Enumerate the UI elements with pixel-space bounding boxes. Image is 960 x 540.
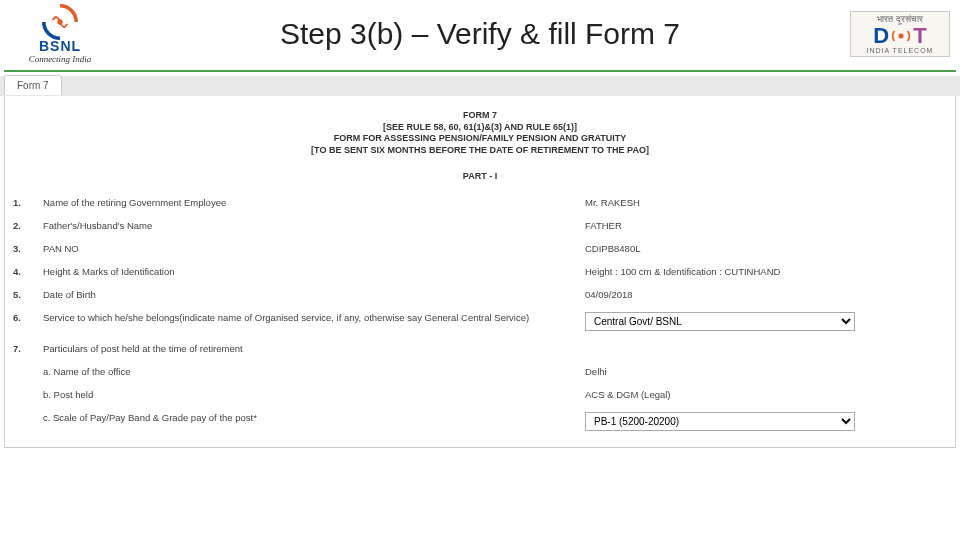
- bsnl-logo-icon: [42, 4, 78, 40]
- divider-line: [4, 70, 956, 72]
- dot-english-text: INDIA TELECOM: [867, 47, 934, 54]
- subrow-label: c. Scale of Pay/Pay Band & Grade pay of …: [39, 406, 579, 437]
- table-row: 2.Father's/Husband's NameFATHER: [11, 214, 949, 237]
- subrow-label: a. Name of the office: [39, 360, 579, 383]
- value-text: Height : 100 cm & Identification : CUTIN…: [585, 266, 780, 277]
- value-text: FATHER: [585, 220, 622, 231]
- row-label: PAN NO: [39, 237, 579, 260]
- table-row: 3.PAN NOCDIPB8480L: [11, 237, 949, 260]
- table-subrow: c. Scale of Pay/Pay Band & Grade pay of …: [11, 406, 949, 437]
- table-row: 4.Height & Marks of IdentificationHeight…: [11, 260, 949, 283]
- form-desc: FORM FOR ASSESSING PENSION/FAMILY PENSIO…: [11, 133, 949, 145]
- row-number: 6.: [11, 306, 39, 337]
- value-text: CDIPB8480L: [585, 243, 640, 254]
- form-rule: [SEE RULE 58, 60, 61(1)&(3) AND RULE 65(…: [11, 122, 949, 134]
- form-panel: FORM 7 [SEE RULE 58, 60, 61(1)&(3) AND R…: [4, 96, 956, 448]
- form-title: FORM 7: [11, 110, 949, 122]
- row-number: 2.: [11, 214, 39, 237]
- row-value: [579, 337, 949, 360]
- form-part-label: PART - I: [11, 165, 949, 191]
- row-value: CDIPB8480L: [579, 237, 949, 260]
- table-subrow: a. Name of the officeDelhi: [11, 360, 949, 383]
- row-number: 3.: [11, 237, 39, 260]
- page-title: Step 3(b) – Verify & fill Form 7: [110, 17, 850, 51]
- row-label: Father's/Husband's Name: [39, 214, 579, 237]
- table-row: 5.Date of Birth04/09/2018: [11, 283, 949, 306]
- dot-logo-block: भारत दूरसंचार D O T INDIA TELECOM: [850, 11, 950, 57]
- form-note: [TO BE SENT SIX MONTHS BEFORE THE DATE O…: [11, 145, 949, 157]
- tab-form7[interactable]: Form 7: [4, 75, 62, 95]
- subrow-value: ACS & DGM (Legal): [579, 383, 949, 406]
- value-text: Mr. RAKESH: [585, 197, 640, 208]
- select-6[interactable]: Central Govt/ BSNL: [585, 312, 855, 331]
- row-label: Height & Marks of Identification: [39, 260, 579, 283]
- tab-bar: Form 7: [0, 76, 960, 96]
- svg-point-1: [899, 34, 904, 39]
- table-row: 7.Particulars of post held at the time o…: [11, 337, 949, 360]
- dot-letter-t: T: [913, 25, 926, 47]
- subrow-value: PB-1 (5200-20200): [579, 406, 949, 437]
- subrow-value: Delhi: [579, 360, 949, 383]
- row-label: Particulars of post held at the time of …: [39, 337, 579, 360]
- row-value: Height : 100 cm & Identification : CUTIN…: [579, 260, 949, 283]
- bsnl-brand-text: BSNL: [39, 38, 81, 54]
- subrow-label: b. Post held: [39, 383, 579, 406]
- row-value: Central Govt/ BSNL: [579, 306, 949, 337]
- signal-icon: [891, 26, 911, 46]
- row-number: 4.: [11, 260, 39, 283]
- row-number: 7.: [11, 337, 39, 360]
- row-label: Name of the retiring Government Employee: [39, 191, 579, 214]
- value-text: Delhi: [585, 366, 607, 377]
- row-value: 04/09/2018: [579, 283, 949, 306]
- row-label: Date of Birth: [39, 283, 579, 306]
- select-c[interactable]: PB-1 (5200-20200): [585, 412, 855, 431]
- form-header: FORM 7 [SEE RULE 58, 60, 61(1)&(3) AND R…: [11, 106, 949, 165]
- row-value: Mr. RAKESH: [579, 191, 949, 214]
- row-number: 5.: [11, 283, 39, 306]
- row-number: 1.: [11, 191, 39, 214]
- bsnl-logo-block: BSNL Connecting India: [10, 4, 110, 64]
- page-header: BSNL Connecting India Step 3(b) – Verify…: [0, 0, 960, 70]
- row-label: Service to which he/she belongs(indicate…: [39, 306, 579, 337]
- row-value: FATHER: [579, 214, 949, 237]
- dot-letter-d: D: [873, 25, 889, 47]
- table-row: 1.Name of the retiring Government Employ…: [11, 191, 949, 214]
- value-text: 04/09/2018: [585, 289, 633, 300]
- table-subrow: b. Post heldACS & DGM (Legal): [11, 383, 949, 406]
- table-row: 6.Service to which he/she belongs(indica…: [11, 306, 949, 337]
- dot-logo: D O T: [873, 25, 926, 47]
- form-table: 1.Name of the retiring Government Employ…: [11, 191, 949, 437]
- bsnl-tagline: Connecting India: [29, 54, 92, 64]
- value-text: ACS & DGM (Legal): [585, 389, 671, 400]
